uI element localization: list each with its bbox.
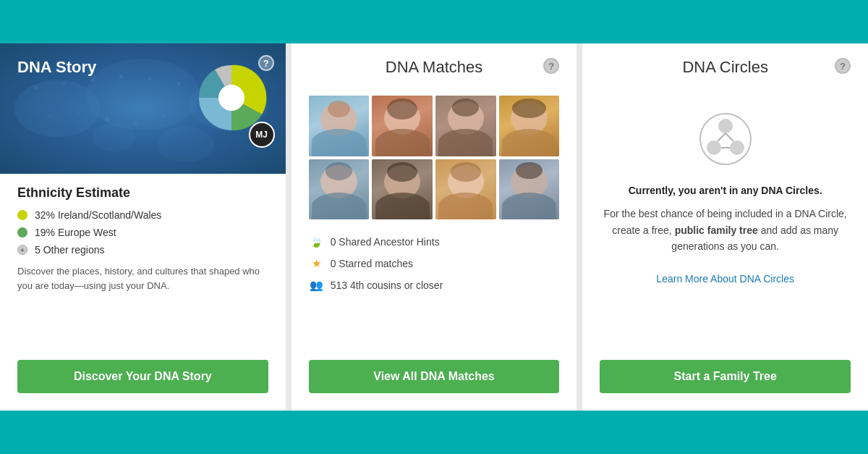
pie-chart-container: MJ <box>192 58 271 140</box>
match-photo-3 <box>435 96 496 156</box>
stat-shared-ancestor-label: 0 Shared Ancestor Hints <box>331 236 440 248</box>
ethnicity-label-3: 5 Other regions <box>35 244 105 256</box>
svg-point-15 <box>105 117 109 122</box>
svg-point-3 <box>93 123 135 151</box>
dna-story-help-icon[interactable]: ? <box>258 55 274 71</box>
learn-more-circles-link[interactable]: Learn More About DNA Circles <box>656 273 794 285</box>
svg-point-10 <box>176 82 180 85</box>
match-photo-5 <box>309 159 370 220</box>
match-photo-2 <box>372 96 433 156</box>
leaf-icon: 🍃 <box>309 235 325 248</box>
ethnicity-section: Ethnicity Estimate 32% Ireland/Scotland/… <box>17 174 268 360</box>
match-photo-8 <box>499 159 560 220</box>
main-content: DNA Story ? <box>0 43 868 411</box>
svg-point-21 <box>718 119 733 133</box>
view-all-matches-button[interactable]: View All DNA Matches <box>309 360 560 393</box>
match-photo-6 <box>372 159 433 220</box>
dna-matches-title: DNA Matches <box>386 58 483 77</box>
discover-dna-story-button[interactable]: Discover Your DNA Story <box>17 360 268 393</box>
svg-point-19 <box>218 85 244 111</box>
ethnicity-item-1: 32% Ireland/Scotland/Wales <box>17 209 268 221</box>
stat-cousins: 👥 513 4th cousins or closer <box>309 274 560 296</box>
svg-point-7 <box>91 78 95 82</box>
match-stats-list: 🍃 0 Shared Ancestor Hints ★ 0 Starred ma… <box>309 231 560 345</box>
dna-circles-header: DNA Circles ? <box>600 58 851 88</box>
top-bar <box>0 0 868 43</box>
dna-story-header: DNA Story ? <box>0 43 286 174</box>
svg-line-25 <box>726 133 733 141</box>
panel-dna-matches: DNA Matches ? <box>286 43 577 411</box>
stat-starred-label: 0 Starred matches <box>331 258 413 269</box>
svg-point-16 <box>134 121 137 125</box>
svg-point-9 <box>148 77 151 80</box>
user-avatar-badge: MJ <box>249 122 275 148</box>
no-circles-text: Currently, you aren't in any DNA Circles… <box>600 182 851 198</box>
ethnicity-label-2: 19% Europe West <box>35 227 116 238</box>
dot-green <box>17 227 27 237</box>
dot-yellow <box>17 210 27 220</box>
svg-point-6 <box>63 82 66 85</box>
ethnicity-item-3: + 5 Other regions <box>17 244 268 256</box>
circles-icon-container <box>600 110 851 168</box>
photos-grid <box>309 96 560 219</box>
star-icon: ★ <box>309 257 325 270</box>
stat-shared-ancestor: 🍃 0 Shared Ancestor Hints <box>309 231 560 253</box>
svg-point-22 <box>707 140 721 155</box>
dna-matches-header: DNA Matches ? <box>309 58 560 88</box>
dna-circles-description: Currently, you aren't in any DNA Circles… <box>600 182 851 287</box>
circles-description-bold: public family tree <box>675 224 758 236</box>
people-icon: 👥 <box>309 279 325 292</box>
ethnicity-title: Ethnicity Estimate <box>17 185 268 201</box>
dot-other: + <box>17 245 27 255</box>
svg-line-24 <box>718 133 726 141</box>
panel-dna-circles: DNA Circles ? Currently, you aren't in a… <box>576 43 868 411</box>
dna-matches-help-icon[interactable]: ? <box>543 58 559 74</box>
dna-circles-title: DNA Circles <box>682 58 768 77</box>
svg-point-5 <box>33 85 38 89</box>
dna-circles-icon <box>697 110 754 168</box>
dna-story-title: DNA Story <box>17 58 96 76</box>
panel-dna-story: DNA Story ? <box>0 43 286 411</box>
dna-circles-help-icon[interactable]: ? <box>835 58 851 74</box>
bottom-bar <box>0 411 868 454</box>
ethnicity-label-1: 32% Ireland/Scotland/Wales <box>35 209 161 221</box>
svg-point-17 <box>163 114 166 117</box>
svg-point-23 <box>730 140 744 155</box>
stat-cousins-label: 513 4th cousins or closer <box>331 279 443 291</box>
stat-starred: ★ 0 Starred matches <box>309 253 560 274</box>
match-photo-7 <box>435 159 496 220</box>
svg-point-8 <box>119 75 124 79</box>
match-photo-1 <box>309 96 370 156</box>
ethnicity-item-2: 19% Europe West <box>17 227 268 238</box>
match-photo-4 <box>499 96 560 156</box>
start-family-tree-button[interactable]: Start a Family Tree <box>600 360 851 393</box>
dna-story-description: Discover the places, history, and cultur… <box>17 264 268 293</box>
